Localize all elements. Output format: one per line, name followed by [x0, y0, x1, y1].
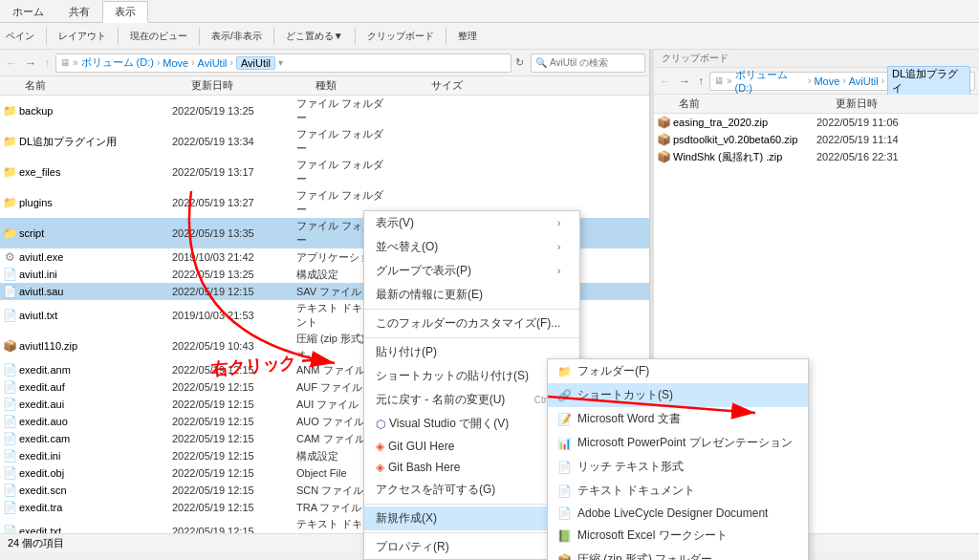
search-bar: 🔍	[531, 54, 645, 73]
file-icon: 📁	[0, 104, 19, 118]
breadcrumb[interactable]: 🖥 » ボリューム (D:) › Move › AviUtil › AviUti…	[55, 54, 511, 73]
file-icon: 📄	[0, 466, 19, 480]
file-icon: 📁	[0, 165, 19, 179]
right-bc-move[interactable]: Move	[814, 75, 839, 87]
right-col-header-date[interactable]: 更新日時	[836, 97, 979, 111]
section-layout: レイアウト	[58, 30, 106, 43]
file-icon: 📦	[0, 339, 19, 353]
right-bc-current[interactable]: DL追加プラグイ	[887, 66, 970, 97]
submenu-new[interactable]: 📁 フォルダー(F) 🔗 ショートカット(S) 📝 Microsoft Word…	[547, 358, 809, 560]
col-header-size[interactable]: サイズ	[411, 78, 468, 93]
submenu-item[interactable]: 📗 Microsoft Excel ワークシート	[548, 524, 808, 548]
refresh-btn[interactable]: ↻	[515, 56, 527, 69]
submenu-item[interactable]: 📁 フォルダー(F)	[548, 359, 808, 383]
right-file-row[interactable]: 📦 easing_tra_2020.zip 2022/05/19 11:06	[654, 114, 979, 131]
ribbon-tabs: ホーム 共有 表示	[0, 0, 979, 23]
col-icon-spacer	[0, 78, 19, 93]
file-name: exedit.obj	[19, 467, 172, 479]
submenu-item[interactable]: 📄 テキスト ドキュメント	[548, 479, 808, 503]
ctx-item-label: ◈Git Bash Here	[376, 461, 460, 474]
file-date: 2022/05/19 12:15	[172, 526, 296, 533]
submenu-item[interactable]: 📦 圧縮 (zip 形式) フォルダー	[548, 548, 808, 560]
ctx-item[interactable]: 最新の情報に更新(E)	[364, 283, 579, 307]
breadcrumb-volume[interactable]: ボリューム (D:)	[81, 55, 154, 70]
file-icon: 📄	[0, 285, 19, 298]
file-row[interactable]: 📁 DL追加プラグイン用 2022/05/19 13:34 ファイル フォルダー	[0, 126, 649, 157]
nav-up[interactable]: ↑	[42, 56, 52, 70]
sep-aviutil: ›	[230, 57, 233, 68]
tab-home[interactable]: ホーム	[0, 1, 56, 22]
submenu-icon: 📝	[557, 413, 572, 426]
submenu-item[interactable]: 📊 Microsoft PowerPoint プレゼンテーション	[548, 431, 808, 455]
search-input[interactable]	[550, 57, 636, 68]
ctx-item-label: 元に戻す - 名前の変更(U)	[376, 392, 505, 408]
submenu-item[interactable]: 🔗 ショートカット(S)	[548, 383, 808, 407]
nav-back[interactable]: ←	[4, 56, 19, 70]
right-file-name: easing_tra_2020.zip	[673, 117, 816, 128]
file-icon: 📄	[0, 501, 19, 514]
ctx-item[interactable]: グループで表示(P) ›	[364, 259, 579, 283]
ctx-item-meta: ›	[557, 266, 560, 276]
ctx-item-label: 最新の情報に更新(E)	[376, 287, 483, 303]
submenu-label: Microsoft Excel ワークシート	[577, 528, 728, 544]
right-sep-aviutil: ›	[881, 75, 884, 86]
right-bc-aviutil[interactable]: AviUtil	[849, 75, 879, 87]
submenu-label: フォルダー(F)	[577, 363, 649, 379]
file-name: exedit.auo	[19, 416, 172, 427]
right-bc-icon: 🖥	[714, 75, 724, 86]
sep-vol: ›	[157, 57, 160, 68]
ctx-item-label: このフォルダーのカスタマイズ(F)...	[376, 315, 560, 332]
sep4	[273, 28, 274, 45]
ctx-item[interactable]: 並べ替え(O) ›	[364, 235, 579, 259]
right-bc-volume[interactable]: ボリューム (D:)	[735, 68, 805, 94]
ctx-separator	[364, 309, 579, 310]
file-name: backup	[19, 105, 172, 117]
submenu-icon: 📄	[557, 461, 572, 474]
section-pane: ペイン	[6, 30, 34, 43]
right-file-date: 2022/05/19 11:14	[816, 134, 979, 145]
tab-view[interactable]: 表示	[102, 1, 148, 23]
submenu-item[interactable]: 📄 Adobe LiveCycle Designer Document	[548, 503, 808, 524]
file-name: plugins	[19, 197, 172, 208]
ctx-item-label: 貼り付け(P)	[376, 344, 437, 360]
left-col-header: 名前 更新日時 種類 サイズ	[0, 76, 649, 96]
right-nav-up[interactable]: ↑	[696, 75, 706, 88]
file-name: aviutl.ini	[19, 269, 172, 280]
breadcrumb-current[interactable]: AviUtil	[236, 56, 275, 70]
right-breadcrumb[interactable]: 🖥 » ボリューム (D:) › Move › AviUtil › DL追加プラ…	[709, 72, 975, 91]
col-header-date[interactable]: 更新日時	[191, 78, 315, 93]
file-date: 2019/10/03 21:42	[172, 251, 296, 263]
sep2	[118, 28, 119, 45]
breadcrumb-move[interactable]: Move	[163, 57, 188, 69]
file-name: DL追加プラグイン用	[19, 135, 172, 149]
file-row[interactable]: 📁 exe_files 2022/05/19 13:17 ファイル フォルダー	[0, 157, 649, 187]
breadcrumb-aviutil[interactable]: AviUtil	[198, 57, 228, 69]
file-date: 2022/05/19 12:15	[172, 286, 296, 297]
submenu-label: テキスト ドキュメント	[577, 483, 695, 499]
file-row[interactable]: 📁 backup 2022/05/19 13:25 ファイル フォルダー	[0, 96, 649, 126]
ctx-item[interactable]: このフォルダーのカスタマイズ(F)...	[364, 312, 579, 335]
nav-forward[interactable]: →	[23, 56, 38, 70]
right-file-row[interactable]: 📦 WindShk (風揺れT) .zip 2022/05/16 22:31	[654, 148, 979, 165]
tab-share[interactable]: 共有	[56, 1, 102, 22]
section-organize: 整理	[458, 30, 477, 43]
search-icon: 🔍	[535, 57, 547, 68]
file-date: 2022/05/19 12:15	[172, 502, 296, 513]
submenu-icon: 📄	[557, 485, 572, 498]
sep-pc: »	[73, 57, 78, 68]
submenu-item[interactable]: 📄 リッチ テキスト形式	[548, 455, 808, 479]
right-nav-forward[interactable]: →	[677, 75, 692, 88]
submenu-item[interactable]: 📝 Microsoft Word 文書	[548, 407, 808, 431]
file-icon: 📄	[0, 363, 19, 377]
right-nav-back[interactable]: ←	[658, 75, 673, 88]
file-name: exedit.anm	[19, 364, 172, 376]
right-file-row[interactable]: 📦 psdtoolkit_v0.20beta60.zip 2022/05/19 …	[654, 131, 979, 148]
col-header-name[interactable]: 名前	[19, 78, 191, 93]
col-header-type[interactable]: 種類	[315, 78, 411, 93]
right-col-header-name[interactable]: 名前	[673, 97, 836, 111]
right-sep-move: ›	[842, 75, 845, 86]
right-col-icon-spacer	[654, 97, 673, 111]
breadcrumb-pc-icon: 🖥	[60, 57, 70, 68]
ribbon-toolbar: ペイン レイアウト 現在のビュー 表示/非表示 どこ置める▼ クリップボード 整…	[0, 23, 979, 50]
ctx-item[interactable]: 表示(V) ›	[364, 211, 579, 235]
